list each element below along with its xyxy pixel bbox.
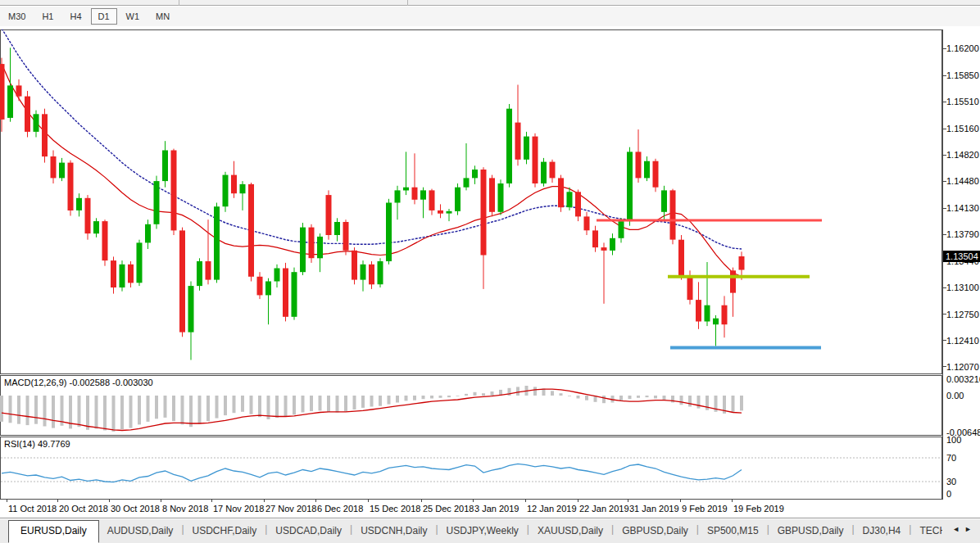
candle-body [0,64,5,120]
candle-body [687,275,693,300]
chart-tab-sp500-m15[interactable]: SP500,M15 [699,519,767,541]
chart-tab-usdcnh-daily[interactable]: USDCNH,Daily [352,519,435,541]
chart-tab-usdcad-daily[interactable]: USDCAD,Daily [267,519,350,541]
timeframe-button-m30[interactable]: M30 [1,8,33,25]
date-tick [732,499,733,502]
date-tick [109,499,110,502]
date-axis-label: 19 Feb 2019 [733,504,784,514]
candle-body [386,203,392,262]
timeframe-button-w1[interactable]: W1 [119,8,147,25]
candle-body [601,247,607,251]
candle-body [713,319,719,325]
chart-tab-gbpusd-daily[interactable]: GBPUSD,Daily [769,519,852,541]
date-tick [473,499,474,502]
date-tick [578,499,578,502]
chart-tab-usdjpy-weekly[interactable]: USDJPY,Weekly [438,519,527,541]
date-axis-label: 22 Jan 2019 [579,504,629,514]
rsi-panel[interactable] [0,437,942,500]
candle-body [265,282,271,296]
candle-body [429,190,435,210]
chart-tab-usdchf-daily[interactable]: USDCHF,Daily [184,519,265,541]
date-axis-label: 30 Oct 2018 [111,504,160,514]
candle-body [76,198,82,210]
date-tick [525,499,526,502]
candle-body [326,195,332,235]
candle-body [317,237,323,258]
candle-body [361,265,366,280]
rsi-axis-label: 70 [946,453,956,463]
price-chart-panel[interactable] [0,29,942,374]
candle-body [524,137,529,160]
timeframe-button-mn[interactable]: MN [148,8,177,25]
candle-body [627,152,633,221]
chart-tab-tech100-[interactable]: TECH100, [911,519,942,541]
candle-body [188,286,194,333]
candle-body [223,175,229,207]
candle-body [34,114,39,132]
candle-body [412,188,418,200]
macd-label: MACD(12,26,9) -0.002588 -0.003030 [4,378,153,387]
candle-body [283,269,288,317]
date-tick [57,499,58,502]
price-axis-label: 1.16200 [946,43,979,53]
tabs-scroll-right-icon[interactable]: ► [964,525,977,533]
candle-body [25,97,30,132]
candle-body [145,224,151,243]
chart-tab-dj30-h4[interactable]: DJ30,H4 [855,519,910,541]
chart-tab-eurusd-daily[interactable]: EURUSD,Daily [8,520,99,543]
candle-body [558,178,564,207]
timeframe-button-d1[interactable]: D1 [91,8,117,25]
candle-body [739,256,745,270]
date-tick [680,499,681,502]
chart-tab-gbpusd-daily[interactable]: GBPUSD,Daily [614,519,696,541]
candle-body [197,261,202,286]
timeframe-button-h1[interactable]: H1 [34,8,61,25]
date-tick [315,499,316,502]
candle-body [68,163,74,210]
candle-body [51,156,57,178]
date-tick [368,499,369,502]
candle-body [85,198,91,233]
candle-body [722,305,728,325]
candle-body [206,261,211,280]
candle-body [644,161,650,179]
date-axis-label: 11 Oct 2018 [8,504,57,514]
candle-body [455,188,461,211]
date-axis-label: 27 Nov 2018 [265,504,316,514]
candle-body [464,178,470,187]
candle-body [7,85,13,117]
trading-terminal-window: M30H1H4D1W1MN ▼ EURUSD,Daily 1.13329 1.1… [0,0,980,543]
candle-body [248,184,254,277]
candle-body [678,240,684,275]
candle-body [231,175,237,194]
date-tick [211,499,212,502]
macd-axis-label: 0.003216 [946,374,980,384]
price-axis-label: 1.15160 [946,124,979,133]
chart-tab-audusd-daily[interactable]: AUDUSD,Daily [99,519,182,541]
candle-body [619,221,624,238]
candle-body [670,190,676,239]
current-price-badge: 1.13504 [943,251,980,262]
candle-body [214,206,220,279]
rsi-axis-label: 0 [946,489,951,499]
price-axis-label: 1.12750 [946,310,979,319]
candle-body [93,221,99,233]
rsi-label: RSI(14) 49.7769 [4,439,70,449]
candle-body [730,270,736,292]
candle-body [369,265,374,285]
price-axis-label: 1.14480 [946,176,979,186]
price-axis-label: 1.13100 [946,283,979,292]
candle-body [489,178,495,211]
candle-body [240,184,246,193]
date-axis-label: 31 Jan 2019 [629,504,679,514]
date-tick [7,499,7,502]
candle-body [533,137,538,183]
timeframe-button-h4[interactable]: H4 [62,8,88,25]
candle-body [506,109,512,183]
candle-body [653,161,659,188]
tabs-scroll-left-icon[interactable]: ◄ [952,525,964,533]
chart-tab-xauusd-daily[interactable]: XAUUSD,Daily [529,519,611,541]
candle-body [575,192,581,216]
macd-axis-label: 0.00 [946,391,964,400]
candle-body [481,170,487,256]
